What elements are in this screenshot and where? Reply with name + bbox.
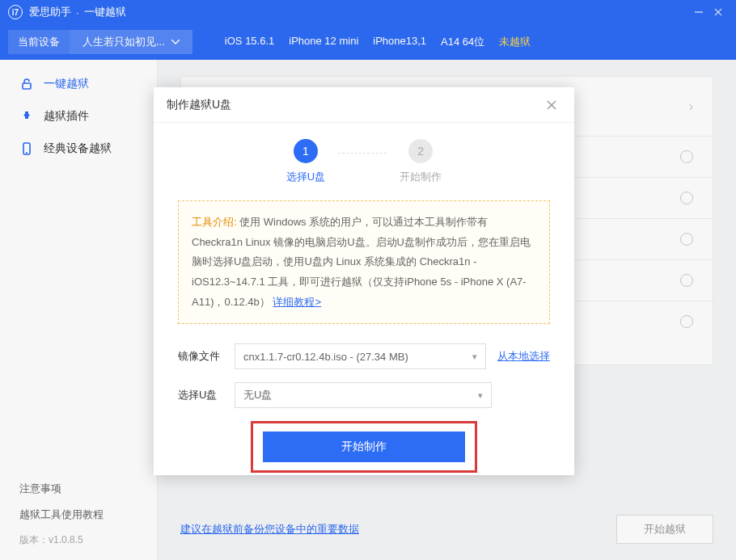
step-1-label: 选择U盘 [286,170,325,184]
image-file-label: 镜像文件 [178,349,235,364]
modal-body: 1 选择U盘 2 开始制作 工具介绍: 使用 Windows 系统的用户，可以通… [154,123,574,489]
usb-value: 无U盘 [243,388,272,402]
make-button-highlight: 开始制作 [251,421,477,473]
usb-select[interactable]: 无U盘 ▾ [235,382,492,408]
step-2: 2 开始制作 [400,139,442,184]
step-circle-1: 1 [294,139,318,163]
choose-local-link[interactable]: 从本地选择 [497,349,550,364]
modal-close-button[interactable] [542,95,561,115]
image-file-select[interactable]: cnx1.1.7-cr0.12.4b.iso - (27.34 MB) ▾ [235,343,486,369]
modal-title: 制作越狱U盘 [167,98,231,112]
step-separator [338,153,387,154]
make-usb-modal: 制作越狱U盘 1 选择U盘 2 开始制作 工具介绍: 使用 Windows 系统… [154,87,574,475]
modal-steps: 1 选择U盘 2 开始制作 [178,139,550,184]
chevron-down-icon: ▾ [478,390,483,401]
usb-select-row: 选择U盘 无U盘 ▾ [178,382,550,408]
modal-header: 制作越狱U盘 [154,87,574,123]
start-make-button[interactable]: 开始制作 [263,432,465,462]
chevron-down-icon: ▾ [472,352,477,362]
usb-label: 选择U盘 [178,388,235,402]
step-circle-2: 2 [408,139,433,163]
tool-info-box: 工具介绍: 使用 Windows 系统的用户，可以通过本工具制作带有 Check… [178,200,550,324]
info-label: 工具介绍: [192,216,237,228]
step-1: 1 选择U盘 [286,139,325,184]
tutorial-link[interactable]: 详细教程> [273,296,321,308]
image-file-row: 镜像文件 cnx1.1.7-cr0.12.4b.iso - (27.34 MB)… [178,343,550,369]
info-text: 使用 Windows 系统的用户，可以通过本工具制作带有 Checkra1n L… [192,216,531,308]
image-file-value: cnx1.1.7-cr0.12.4b.iso - (27.34 MB) [243,351,408,363]
step-2-label: 开始制作 [400,170,442,184]
